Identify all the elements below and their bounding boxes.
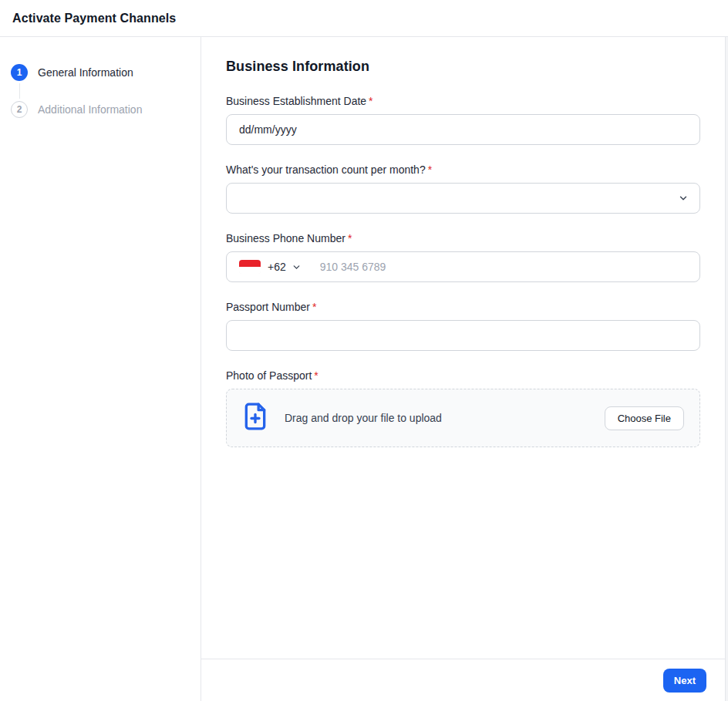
app-header: Activate Payment Channels bbox=[0, 0, 728, 37]
establishment-date-input[interactable] bbox=[226, 114, 700, 145]
required-asterisk: * bbox=[369, 95, 372, 107]
passport-photo-label-text: Photo of Passport bbox=[226, 369, 312, 382]
stepper-step-additional-information[interactable]: 2 Additional Information bbox=[11, 101, 190, 118]
business-phone-label: Business Phone Number* bbox=[226, 232, 700, 244]
field-establishment-date: Business Establishment Date* bbox=[226, 95, 700, 145]
step-2-indicator: 2 bbox=[11, 101, 28, 118]
passport-number-label-text: Passport Number bbox=[226, 301, 310, 313]
chevron-down-icon bbox=[678, 193, 689, 204]
stepper-sidebar: 1 General Information 2 Additional Infor… bbox=[0, 37, 201, 701]
passport-photo-label: Photo of Passport* bbox=[226, 369, 700, 382]
business-phone-label-text: Business Phone Number bbox=[226, 232, 345, 244]
dial-code: +62 bbox=[268, 261, 286, 273]
step-1-label: General Information bbox=[38, 66, 133, 79]
step-1-indicator: 1 bbox=[11, 64, 28, 81]
passport-number-input[interactable] bbox=[226, 320, 700, 351]
required-asterisk: * bbox=[348, 232, 352, 244]
form-section-title: Business Information bbox=[226, 59, 700, 75]
step-2-label: Additional Information bbox=[38, 103, 142, 116]
next-button[interactable]: Next bbox=[663, 669, 706, 693]
stepper-step-general-information[interactable]: 1 General Information bbox=[11, 64, 190, 81]
passport-photo-dropzone[interactable]: Drag and drop your file to upload Choose… bbox=[226, 389, 700, 447]
business-phone-field: +62 bbox=[226, 251, 700, 282]
stepper-connector bbox=[19, 83, 20, 99]
passport-number-label: Passport Number* bbox=[226, 301, 700, 313]
country-selector-chevron-down-icon[interactable] bbox=[292, 262, 302, 272]
dropzone-instruction: Drag and drop your file to upload bbox=[285, 412, 442, 424]
required-asterisk: * bbox=[312, 301, 316, 313]
field-passport-photo: Photo of Passport* Drag and drop your fi… bbox=[226, 369, 700, 447]
file-plus-icon bbox=[240, 399, 271, 437]
field-passport-number: Passport Number* bbox=[226, 301, 700, 351]
indonesia-flag-icon bbox=[239, 260, 261, 274]
establishment-date-label-text: Business Establishment Date bbox=[226, 95, 366, 107]
required-asterisk: * bbox=[428, 163, 432, 176]
main-panel: Business Information Business Establishm… bbox=[201, 37, 726, 701]
required-asterisk: * bbox=[314, 369, 318, 382]
transaction-count-select[interactable] bbox=[226, 183, 700, 214]
field-transaction-count: What's your transaction count per month?… bbox=[226, 163, 700, 214]
business-phone-input[interactable] bbox=[320, 261, 687, 273]
transaction-count-label-text: What's your transaction count per month? bbox=[226, 163, 426, 176]
choose-file-button[interactable]: Choose File bbox=[605, 406, 684, 430]
business-information-form: Business Information Business Establishm… bbox=[201, 37, 725, 659]
field-business-phone: Business Phone Number* +62 bbox=[226, 232, 700, 282]
page-title: Activate Payment Channels bbox=[12, 12, 176, 25]
transaction-count-label: What's your transaction count per month?… bbox=[226, 163, 700, 176]
establishment-date-label: Business Establishment Date* bbox=[226, 95, 700, 107]
form-footer: Next bbox=[201, 659, 725, 701]
body-row: 1 General Information 2 Additional Infor… bbox=[0, 37, 728, 701]
